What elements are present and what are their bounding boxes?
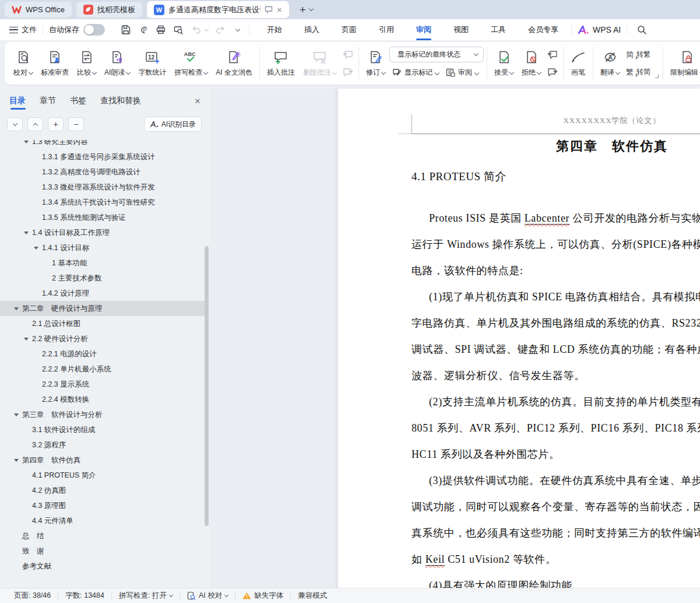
to-traditional-button[interactable]: 简 转繁 <box>624 47 653 62</box>
accept-change-button[interactable]: 接受 <box>490 44 518 83</box>
undo-chevron-icon[interactable] <box>204 26 209 31</box>
doc-body[interactable]: Proteus ISIS 是英国 Labcenter 公司开发的电路分析与实物仿… <box>411 205 700 588</box>
export-pdf-icon[interactable]: P <box>136 22 151 37</box>
toc-item[interactable]: 1.3.4 系统抗干扰设计与可靠性研究 <box>0 195 205 210</box>
toc-item[interactable]: 4.1 PROTEUS 简介 <box>0 468 205 483</box>
search-icon[interactable] <box>634 22 649 37</box>
toc-item[interactable]: 2 主要技术参数 <box>0 271 205 286</box>
restrict-editing-button[interactable]: 限制编辑 <box>666 44 700 83</box>
group-expand-icon[interactable] <box>655 75 659 78</box>
sidebar-scrollbar-thumb[interactable] <box>205 246 209 526</box>
new-tab-button[interactable]: + <box>300 3 306 16</box>
toc-item[interactable]: 1.3.2 高精度信号调理电路设计 <box>0 164 205 180</box>
standard-review-button[interactable]: 标准审查 <box>37 44 73 83</box>
toc-item[interactable]: 1.3.3 微处理器系统设计与软件开发 <box>0 180 205 195</box>
toc-item[interactable]: 4.2 仿真图 <box>0 483 205 498</box>
print-preview-icon[interactable] <box>171 22 186 37</box>
markup-state-select[interactable]: 显示标记的最终状态 <box>389 47 484 62</box>
menu-item[interactable]: 引用 <box>378 20 395 40</box>
toc-item[interactable]: 1.3 研究主要内容 <box>0 140 205 149</box>
autosave-toggle[interactable] <box>83 24 105 36</box>
toc-item[interactable]: 第三章 软件设计与分析 <box>0 407 205 422</box>
toc-item[interactable]: 3.2 源程序 <box>0 437 205 453</box>
menu-item[interactable]: 会员专享 <box>527 20 560 40</box>
toc-item[interactable]: 2.1 总设计框图 <box>0 316 205 331</box>
menu-item[interactable]: 审阅 <box>415 20 432 40</box>
page-indicator[interactable]: 页面: 38/46 <box>7 591 58 601</box>
toc-item[interactable]: 4.3 原理图 <box>0 498 205 513</box>
toc-item[interactable]: 总 结 <box>0 528 205 544</box>
compare-button[interactable]: 比较 <box>73 44 100 83</box>
insert-comment-button[interactable]: 插入批注 <box>263 44 299 83</box>
toc-item[interactable]: 2.2.2 单片机最小系统 <box>0 362 205 377</box>
toc-item[interactable]: 4.4 元件清单 <box>0 513 205 528</box>
collapse-level-button[interactable]: − <box>68 117 84 131</box>
print-icon[interactable] <box>153 22 168 37</box>
toc-item[interactable]: 1 基本功能 <box>0 255 205 271</box>
toc-item[interactable]: 致 谢 <box>0 544 205 559</box>
next-change-icon[interactable] <box>545 65 560 79</box>
tab-comment-bubble-icon[interactable] <box>265 6 273 13</box>
ai-read-aloud-button[interactable]: AI朗读 <box>100 44 134 83</box>
nav-pane-close-icon[interactable]: × <box>195 96 200 107</box>
toc-item[interactable]: 参考文献 <box>0 559 205 574</box>
hamburger-icon[interactable] <box>9 27 18 33</box>
nav-pane-tab[interactable]: 章节 <box>40 96 56 111</box>
collapse-arrow-icon[interactable] <box>24 141 29 143</box>
toc-item[interactable]: 1.3.5 系统性能测试与验证 <box>0 210 205 225</box>
redo-icon[interactable] <box>213 22 228 37</box>
toc-item[interactable]: 3.1 软件设计的组成 <box>0 422 205 437</box>
menu-item[interactable]: 工具 <box>490 20 507 40</box>
toc-item[interactable]: 1.4 设计目标及工作原理 <box>0 225 205 240</box>
menu-item[interactable]: 页面 <box>340 20 358 40</box>
previous-comment-icon[interactable] <box>340 48 356 62</box>
menu-item[interactable]: 视图 <box>452 20 470 40</box>
tab-wps-home[interactable]: WPS Office <box>5 2 72 17</box>
menu-item[interactable]: 插入 <box>303 20 321 40</box>
file-menu[interactable]: 文件 <box>22 24 37 35</box>
nav-pane-tab[interactable]: 查找和替换 <box>100 96 141 111</box>
collapse-arrow-icon[interactable] <box>14 413 19 416</box>
show-markup-button[interactable]: 显示标记 <box>389 65 442 80</box>
proofread-button[interactable]: 校对 <box>9 44 37 83</box>
translate-button[interactable]: A 翻译 <box>596 44 624 83</box>
collapse-arrow-icon[interactable] <box>34 247 38 250</box>
to-simplified-button[interactable]: 繁 转简 <box>624 65 653 79</box>
missing-font-warning[interactable]: 缺失字体 <box>235 591 290 601</box>
next-comment-icon[interactable] <box>340 65 356 79</box>
toc-item[interactable]: 2.2 硬件设计分析 <box>0 331 205 346</box>
ink-brush-button[interactable]: 画笔 <box>567 44 590 83</box>
word-count-indicator[interactable]: 字数: 13484 <box>58 591 111 601</box>
collapse-arrow-icon[interactable] <box>24 338 29 341</box>
history-chevron-icon[interactable] <box>235 26 240 31</box>
spell-check-button[interactable]: ABC 拼写检查 <box>170 44 212 83</box>
undo-icon[interactable] <box>188 22 203 37</box>
track-changes-button[interactable]: 修订 <box>362 44 389 83</box>
ai-detect-toc-button[interactable]: AI识别目录 <box>144 117 202 132</box>
nav-pane-tab[interactable]: 目录 <box>9 96 26 111</box>
collapse-arrow-icon[interactable] <box>24 232 29 234</box>
save-icon[interactable] <box>118 22 133 37</box>
document-page[interactable]: XXXXXXXX学院（论文） 第四章 软件仿真 4.1 PROTEUS 简介 P… <box>338 89 700 588</box>
expand-all-button[interactable] <box>7 117 23 131</box>
tab-docer[interactable]: 找稻壳模板 <box>76 2 142 17</box>
delete-comment-button[interactable]: 删除批注 <box>299 44 340 83</box>
toc-item[interactable]: 第四章 软件仿真 <box>0 453 205 468</box>
ai-polish-button[interactable]: AI 全文润色 <box>212 44 256 83</box>
collapse-arrow-icon[interactable] <box>14 459 19 462</box>
nav-pane-tab[interactable]: 书签 <box>70 96 86 111</box>
tab-list-chevron-icon[interactable] <box>309 6 314 11</box>
tab-document[interactable]: W 多通道高精度数字电压表设计 × <box>147 1 289 18</box>
toc-item[interactable]: 2.2.1 电源的设计 <box>0 346 205 362</box>
word-count-button[interactable]: 12 字数统计 <box>134 44 170 83</box>
expand-level-button[interactable]: + <box>48 117 64 131</box>
toc-item[interactable]: 1.3.1 多通道信号同步采集系统设计 <box>0 149 205 164</box>
tab-close-icon[interactable]: × <box>277 5 282 14</box>
toc-item[interactable]: 2.2.4 模数转换 <box>0 392 205 407</box>
review-pane-button[interactable]: 审阅 <box>443 65 481 80</box>
toc-item[interactable]: 1.4.1 设计目标 <box>0 240 205 255</box>
collapse-arrow-icon[interactable] <box>14 307 19 310</box>
wps-ai-button[interactable]: WPS AI <box>578 25 621 34</box>
reject-change-button[interactable]: 拒绝 <box>518 44 545 83</box>
toc-item[interactable]: 2.2.3 显示系统 <box>0 377 205 392</box>
